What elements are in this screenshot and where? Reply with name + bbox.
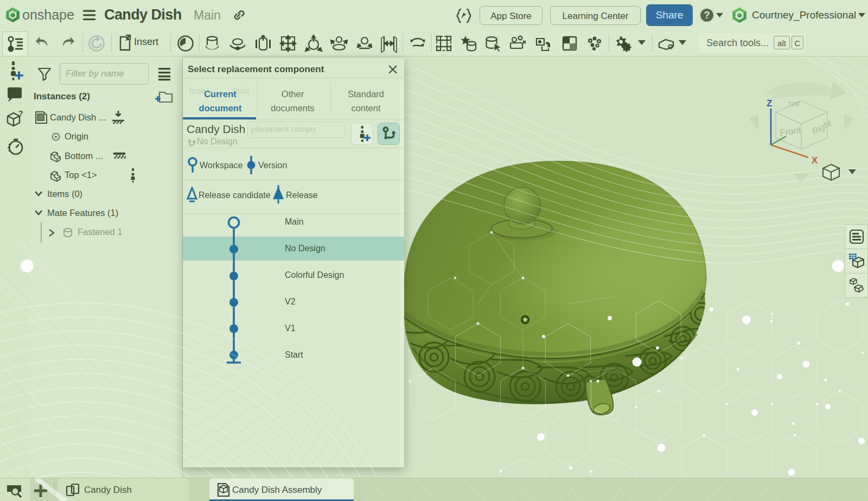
svg-text:X: X [812,155,818,166]
svg-text:Z: Z [767,98,772,109]
svg-text:?: ? [18,110,23,118]
